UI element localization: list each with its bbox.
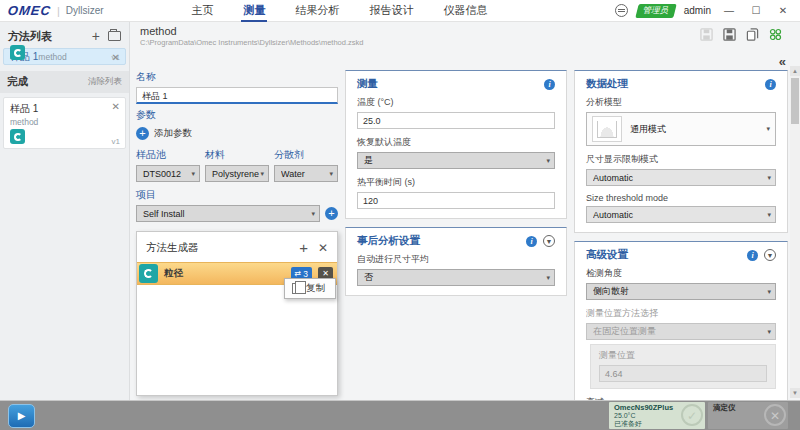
- maximize-icon[interactable]: ☐: [747, 5, 765, 16]
- nav-instrument-info[interactable]: 仪器信息: [441, 0, 489, 22]
- completed-card[interactable]: 样品 1 method ✕ v1: [3, 97, 126, 149]
- close-icon[interactable]: ✕: [774, 5, 792, 16]
- omec-mark-icon: [139, 264, 158, 283]
- method-builder-panel: 方法生成器 + ✕ 粒径 ⇄ 3 ✕ 复制: [136, 231, 338, 396]
- omec-logo: OMEC: [7, 3, 52, 18]
- remove-completed-icon[interactable]: ✕: [112, 101, 120, 112]
- measurement-column: 测量 i 温度 (°C) 25.0 恢复默认温度 是 ▾ 热平衡时间 (s) 1: [345, 70, 567, 396]
- builder-add-icon[interactable]: +: [299, 239, 308, 256]
- analysis-model-label: 分析模型: [586, 96, 776, 109]
- builder-title: 方法生成器: [146, 241, 299, 255]
- scrollbar-thumb[interactable]: [791, 78, 799, 124]
- info-icon[interactable]: i: [747, 250, 758, 261]
- minimize-icon[interactable]: —: [720, 5, 738, 16]
- project-row: Self Install ▾ +: [136, 205, 338, 222]
- chevron-down-icon: ▾: [767, 174, 771, 182]
- omec-mark-icon: [10, 129, 25, 144]
- collapse-section-icon[interactable]: ▼: [543, 235, 555, 247]
- titrator-status-card[interactable]: 滴定仪 ✕: [708, 402, 788, 429]
- save-icon[interactable]: [700, 28, 713, 41]
- nav-measure[interactable]: 测量: [241, 0, 267, 22]
- info-icon[interactable]: i: [526, 236, 537, 247]
- nav-report-design[interactable]: 报告设计: [367, 0, 415, 22]
- vertical-scrollbar[interactable]: ▲ ▼: [790, 66, 800, 398]
- temperature-input[interactable]: 25.0: [357, 112, 555, 129]
- method-card-subtitle: method: [38, 52, 66, 62]
- measure-position-input: 4.64: [599, 365, 767, 382]
- titlebar-right: 管理员 admin — ☐ ✕: [615, 4, 792, 18]
- dispersant-select[interactable]: Water ▾: [274, 165, 338, 182]
- method-card-selected[interactable]: 样品 1 method ✕ v1: [3, 48, 126, 65]
- open-folder-icon[interactable]: [108, 31, 121, 41]
- size-display-select[interactable]: Automatic ▾: [586, 169, 776, 186]
- play-icon: ▶: [18, 410, 26, 421]
- clear-list-button[interactable]: 清除列表: [88, 76, 122, 88]
- measurement-panel: 测量 i 温度 (°C) 25.0 恢复默认温度 是 ▾ 热平衡时间 (s) 1: [345, 70, 567, 219]
- data-processing-panel: 数据处理 i 分析模型 通用模式 ▾ 尺寸显示限制模式 Automatic ▾: [574, 70, 788, 233]
- project-label: 项目: [136, 188, 338, 202]
- user-menu-icon[interactable]: [615, 4, 628, 17]
- repeat-count: 3: [303, 269, 308, 279]
- info-icon[interactable]: i: [544, 79, 555, 90]
- info-icon[interactable]: i: [765, 79, 776, 90]
- collapse-section-icon[interactable]: ▼: [764, 249, 776, 261]
- chevron-down-icon: ▾: [546, 274, 550, 282]
- copy-icon[interactable]: [746, 28, 759, 41]
- cell-select[interactable]: DTS0012 ▾: [136, 165, 200, 182]
- save-as-icon[interactable]: [723, 28, 736, 41]
- document-path: C:\ProgramData\Omec Instruments\Dyllsize…: [140, 38, 790, 47]
- chevron-down-icon: ▾: [766, 125, 770, 133]
- document-toolbar: [700, 28, 782, 41]
- detection-angle-label: 检测角度: [586, 267, 776, 280]
- sample-name-input[interactable]: 样品 1: [136, 87, 338, 104]
- equilibration-input[interactable]: 120: [357, 192, 555, 209]
- scroll-down-icon[interactable]: ▼: [790, 388, 800, 398]
- context-menu-copy[interactable]: 复制: [284, 278, 336, 299]
- size-threshold-select[interactable]: Automatic ▾: [586, 206, 776, 223]
- chevron-down-icon: ▾: [767, 211, 771, 219]
- detection-angle-select[interactable]: 侧向散射 ▾: [586, 283, 776, 300]
- material-select[interactable]: Polystyrene lat... ▾: [205, 165, 269, 182]
- cross-circle-icon: ✕: [764, 404, 786, 426]
- measurement-title: 测量: [357, 77, 544, 91]
- instrument-status-card[interactable]: OmecNs90ZPlus 25.0°C 已准备好 ✓: [609, 402, 705, 429]
- project-select[interactable]: Self Install ▾: [136, 205, 320, 222]
- material-label: 材料: [205, 148, 269, 162]
- username-label[interactable]: admin: [684, 5, 711, 16]
- model-thumbnail: [592, 116, 622, 142]
- logo-divider: |: [57, 5, 60, 17]
- chevron-down-icon: ▾: [767, 288, 771, 296]
- add-circle-icon: +: [136, 127, 149, 140]
- start-measurement-button[interactable]: ▶: [8, 404, 35, 428]
- params-label: 参数: [136, 108, 338, 122]
- copy-menu-label: 复制: [306, 282, 325, 295]
- restore-temp-select[interactable]: 是 ▾: [357, 152, 555, 169]
- nav-home[interactable]: 主页: [189, 0, 215, 22]
- builder-step-label: 粒径: [164, 267, 285, 280]
- add-parameter-button[interactable]: + 添加参数: [136, 127, 338, 140]
- check-circle-icon: ✓: [681, 404, 703, 426]
- data-processing-title: 数据处理: [586, 77, 765, 91]
- document-header: method C:\ProgramData\Omec Instruments\D…: [130, 22, 800, 48]
- builder-header: 方法生成器 + ✕: [137, 232, 337, 262]
- repeat-icon: ⇄: [295, 269, 302, 278]
- size-threshold-label: Size threshold mode: [586, 193, 776, 203]
- measure-position-group: 测量位置 4.64: [590, 344, 776, 389]
- auto-average-select[interactable]: 否 ▾: [357, 269, 555, 286]
- compare-runs-icon[interactable]: [769, 28, 782, 41]
- add-project-icon[interactable]: +: [325, 207, 338, 220]
- nav-results[interactable]: 结果分析: [293, 0, 341, 22]
- name-label: 名称: [136, 70, 338, 84]
- omec-mark-icon: [10, 45, 25, 60]
- scroll-up-icon[interactable]: ▲: [790, 66, 800, 76]
- main-area: method C:\ProgramData\Omec Instruments\D…: [130, 22, 800, 400]
- document-title: method: [140, 25, 790, 37]
- chevron-down-icon: ▾: [767, 328, 771, 336]
- chevron-down-icon: ▾: [311, 210, 315, 218]
- position-method-label: 测量位置方法选择: [586, 307, 776, 320]
- analysis-model-select[interactable]: 通用模式 ▾: [586, 112, 776, 146]
- builder-close-icon[interactable]: ✕: [318, 241, 328, 255]
- add-parameter-label: 添加参数: [154, 127, 192, 140]
- temperature-label: 温度 (°C): [357, 96, 555, 109]
- add-method-icon[interactable]: +: [92, 28, 100, 44]
